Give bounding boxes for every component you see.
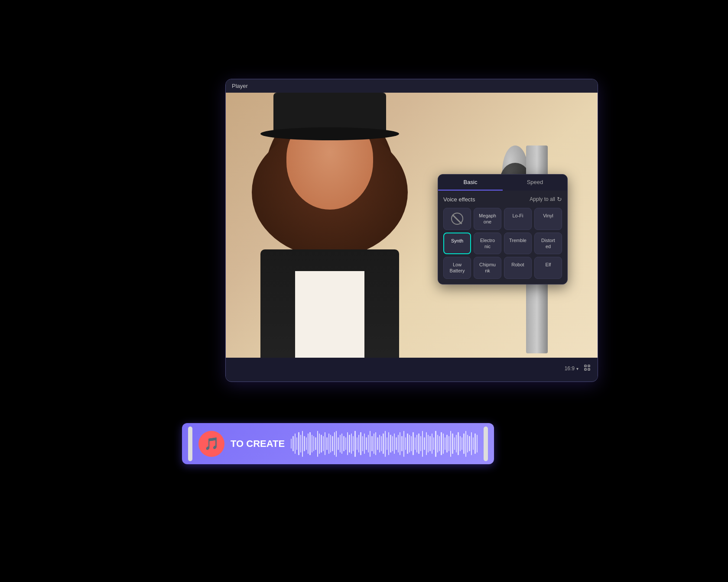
wave-bar (358, 435, 359, 453)
tab-basic[interactable]: Basic (438, 175, 503, 191)
wave-bar (326, 437, 327, 450)
wave-bar (385, 431, 386, 457)
wave-bar (388, 432, 389, 456)
wave-bar (370, 431, 370, 457)
wave-bar (343, 436, 344, 452)
wave-bar (383, 433, 384, 454)
wave-bar (371, 436, 372, 452)
wave-bar (364, 433, 365, 454)
wave-bar (420, 436, 421, 452)
aspect-ratio-button[interactable]: 16:9 ▾ (565, 365, 578, 372)
effect-chipmunk[interactable]: Chipmunk (474, 257, 501, 279)
wave-bar (353, 436, 354, 452)
wave-bar (319, 433, 320, 454)
wave-bar (460, 436, 461, 452)
wave-bar (463, 433, 464, 454)
wave-bar (473, 437, 474, 450)
wave-bar (375, 432, 376, 456)
wave-bar (368, 435, 369, 453)
wave-bar (462, 437, 462, 450)
effect-vinyl[interactable]: Vinyl (534, 208, 562, 230)
wave-bar (450, 431, 451, 457)
effect-elf[interactable]: Elf (534, 257, 562, 279)
track-handle-right[interactable] (484, 427, 488, 461)
wave-bar (469, 436, 470, 452)
panel-body: Voice effects Apply to all ↻ Megaphone L… (438, 191, 567, 284)
track-handle-left[interactable] (188, 427, 192, 461)
wave-bar (300, 435, 301, 453)
wave-bar (396, 437, 396, 450)
wave-bar (357, 437, 358, 450)
wave-bar (477, 435, 478, 453)
no-symbol-icon (451, 213, 463, 225)
wave-bar (445, 437, 445, 450)
wave-bar (340, 435, 341, 453)
wave-bar (474, 433, 475, 454)
scene: Player (165, 79, 563, 503)
wave-bar (390, 435, 391, 453)
wave-bar (341, 433, 342, 454)
wave-bar (433, 437, 434, 450)
wave-bar (387, 437, 387, 450)
lofi-label: Lo-Fi (512, 213, 523, 218)
wave-bar (418, 433, 419, 454)
synth-label: Synth (451, 238, 463, 243)
effect-tremble[interactable]: Tremble (504, 233, 532, 255)
fullscreen-button[interactable] (584, 364, 591, 373)
effect-synth[interactable]: Synth (443, 233, 471, 255)
wave-bar (405, 437, 406, 450)
wave-bar (306, 437, 307, 450)
wave-bar (411, 436, 412, 452)
wave-bar (407, 433, 408, 454)
svg-rect-0 (585, 365, 586, 367)
wave-bar (302, 431, 303, 457)
wave-bar (291, 439, 292, 449)
wave-bar (298, 432, 299, 456)
wave-bar (401, 436, 402, 452)
wave-bar (360, 432, 361, 456)
wave-bar (441, 432, 442, 456)
wave-bar (413, 432, 413, 456)
wave-bar (429, 436, 430, 452)
wave-bar (295, 433, 296, 454)
woman-figure (247, 93, 412, 358)
effect-distorted[interactable]: Distorted (534, 233, 562, 255)
shirt (295, 271, 364, 358)
wave-bar (452, 433, 453, 454)
robot-label: Robot (511, 262, 524, 267)
panel-header: Voice effects Apply to all ↻ (443, 196, 562, 203)
wave-bar (354, 431, 355, 457)
apply-all-label: Apply to all (530, 196, 555, 202)
effect-none[interactable] (443, 208, 471, 230)
wave-bar (323, 436, 324, 452)
wave-bar (467, 435, 468, 453)
effect-electronic[interactable]: Electronic (474, 233, 501, 255)
wave-bar (379, 435, 380, 453)
wave-bar (338, 437, 338, 450)
wave-bar (416, 435, 417, 453)
tab-speed[interactable]: Speed (503, 175, 567, 191)
voice-effects-label: Voice effects (443, 196, 475, 203)
wave-bar (439, 436, 440, 452)
effect-low-battery[interactable]: LowBattery (443, 257, 471, 279)
effect-megaphone[interactable]: Megaphone (474, 208, 501, 230)
audio-label: TO CREATE (231, 438, 285, 449)
wave-bar (308, 433, 309, 454)
wave-bar (392, 436, 393, 452)
wave-bar (448, 436, 449, 452)
wave-bar (334, 432, 335, 456)
effect-robot[interactable]: Robot (504, 257, 532, 279)
effect-lofi[interactable]: Lo-Fi (504, 208, 532, 230)
wave-bar (351, 433, 352, 454)
wave-bar (321, 435, 322, 453)
wave-bar (347, 432, 348, 456)
svg-rect-1 (588, 365, 590, 367)
fullscreen-icon (584, 364, 591, 371)
wave-bar (456, 435, 457, 453)
wave-bar (377, 437, 378, 450)
wave-bar (443, 433, 444, 454)
wave-bar (398, 435, 399, 453)
wave-bar (304, 436, 305, 452)
apply-all-button[interactable]: Apply to all ↻ (530, 196, 562, 203)
wave-bar (394, 433, 395, 454)
